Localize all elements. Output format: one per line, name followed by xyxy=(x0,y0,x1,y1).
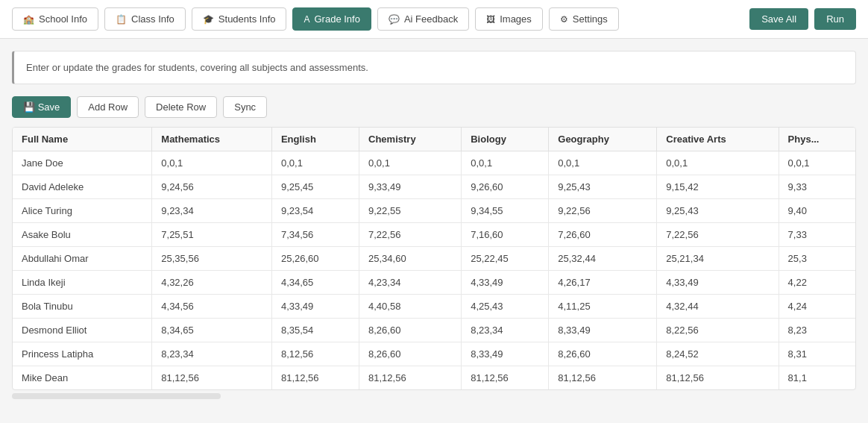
cell-grade: 4,34,65 xyxy=(271,271,359,295)
horizontal-scrollbar[interactable] xyxy=(12,393,221,399)
cell-grade: 25,26,60 xyxy=(271,247,359,271)
cell-grade: 7,25,51 xyxy=(152,223,272,247)
cell-grade: 9,23,34 xyxy=(152,199,272,223)
cell-grade: 81,12,56 xyxy=(152,366,272,390)
cell-grade: 9,26,60 xyxy=(462,175,549,199)
nav-grade-info[interactable]: A Grade Info xyxy=(292,7,371,31)
students-icon: 🎓 xyxy=(203,14,214,25)
table-row: David Adeleke9,24,569,25,459,33,499,26,6… xyxy=(13,175,855,199)
cell-grade: 0,0,1 xyxy=(359,151,462,175)
table-row: Princess Latipha8,23,348,12,568,26,608,3… xyxy=(13,342,855,366)
cell-grade: 8,23,34 xyxy=(152,342,272,366)
cell-grade: 8,26,60 xyxy=(359,342,462,366)
cell-grade: 7,22,56 xyxy=(359,223,462,247)
save-button[interactable]: 💾 Save xyxy=(12,96,71,118)
cell-grade: 8,24,52 xyxy=(657,342,779,366)
cell-grade: 4,25,43 xyxy=(462,295,549,319)
table-toolbar: 💾 Save Add Row Delete Row Sync xyxy=(12,96,856,118)
students-info-label: Students Info xyxy=(218,13,276,25)
cell-grade: 8,33,49 xyxy=(549,319,657,342)
ai-feedback-label: Ai Feedback xyxy=(404,13,458,25)
cell-grade: 4,22 xyxy=(779,271,855,295)
cell-grade: 9,25,43 xyxy=(657,199,779,223)
cell-grade: 7,26,60 xyxy=(549,223,657,247)
class-icon: 📋 xyxy=(116,14,127,25)
delete-row-button[interactable]: Delete Row xyxy=(145,96,217,118)
cell-grade: 4,11,25 xyxy=(549,295,657,319)
table-row: Bola Tinubu4,34,564,33,494,40,584,25,434… xyxy=(13,295,855,319)
cell-grade: 7,34,56 xyxy=(271,223,359,247)
cell-name: Princess Latipha xyxy=(13,342,152,366)
table-header-row: Full Name Mathematics English Chemistry … xyxy=(13,128,855,151)
nav-students-info[interactable]: 🎓 Students Info xyxy=(192,7,287,31)
top-bar: 🏫 School Info 📋 Class Info 🎓 Students In… xyxy=(0,0,868,39)
table-row: Desmond Elliot8,34,658,35,548,26,608,23,… xyxy=(13,319,855,342)
nav-images[interactable]: 🖼 Images xyxy=(475,7,543,31)
cell-name: Alice Turing xyxy=(13,199,152,223)
cell-grade: 4,32,26 xyxy=(152,271,272,295)
cell-grade: 8,26,60 xyxy=(359,319,462,342)
save-all-button[interactable]: Save All xyxy=(749,8,808,30)
table-row: Linda Ikeji4,32,264,34,654,23,344,33,494… xyxy=(13,271,855,295)
cell-grade: 81,12,56 xyxy=(657,366,779,390)
grades-table: Full Name Mathematics English Chemistry … xyxy=(13,128,855,389)
cell-grade: 4,32,44 xyxy=(657,295,779,319)
cell-grade: 25,35,56 xyxy=(152,247,272,271)
save-icon: 💾 xyxy=(23,101,38,113)
col-english: English xyxy=(271,128,359,151)
run-button[interactable]: Run xyxy=(814,8,856,30)
cell-grade: 9,33,49 xyxy=(359,175,462,199)
cell-grade: 25,22,45 xyxy=(462,247,549,271)
cell-grade: 8,34,65 xyxy=(152,319,272,342)
add-row-button[interactable]: Add Row xyxy=(77,96,139,118)
sync-button[interactable]: Sync xyxy=(223,96,267,118)
cell-grade: 4,40,58 xyxy=(359,295,462,319)
cell-grade: 9,23,54 xyxy=(271,199,359,223)
cell-grade: 0,0,1 xyxy=(779,151,855,175)
cell-grade: 25,21,34 xyxy=(657,247,779,271)
cell-grade: 81,12,56 xyxy=(359,366,462,390)
cell-name: David Adeleke xyxy=(13,175,152,199)
cell-grade: 25,34,60 xyxy=(359,247,462,271)
cell-grade: 8,33,49 xyxy=(462,342,549,366)
cell-grade: 7,16,60 xyxy=(462,223,549,247)
nav-settings[interactable]: ⚙ Settings xyxy=(549,7,619,31)
images-icon: 🖼 xyxy=(486,14,495,25)
settings-label: Settings xyxy=(573,13,608,25)
cell-grade: 0,0,1 xyxy=(462,151,549,175)
cell-grade: 9,15,42 xyxy=(657,175,779,199)
table-row: Abdullahi Omar25,35,5625,26,6025,34,6025… xyxy=(13,247,855,271)
cell-grade: 0,0,1 xyxy=(549,151,657,175)
cell-grade: 81,12,56 xyxy=(549,366,657,390)
nav-class-info[interactable]: 📋 Class Info xyxy=(104,7,186,31)
images-label: Images xyxy=(500,13,532,25)
cell-grade: 9,33 xyxy=(779,175,855,199)
nav-school-info[interactable]: 🏫 School Info xyxy=(12,7,98,31)
cell-grade: 0,0,1 xyxy=(271,151,359,175)
cell-name: Asake Bolu xyxy=(13,223,152,247)
grade-icon: A xyxy=(304,14,309,25)
cell-name: Linda Ikeji xyxy=(13,271,152,295)
col-full-name: Full Name xyxy=(13,128,152,151)
school-icon: 🏫 xyxy=(23,14,34,25)
col-phys: Phys... xyxy=(779,128,855,151)
class-info-label: Class Info xyxy=(131,13,174,25)
cell-name: Bola Tinubu xyxy=(13,295,152,319)
col-biology: Biology xyxy=(462,128,549,151)
cell-grade: 8,22,56 xyxy=(657,319,779,342)
cell-grade: 0,0,1 xyxy=(657,151,779,175)
cell-grade: 9,22,55 xyxy=(359,199,462,223)
cell-grade: 8,31 xyxy=(779,342,855,366)
cell-grade: 8,23 xyxy=(779,319,855,342)
cell-name: Desmond Elliot xyxy=(13,319,152,342)
cell-grade: 81,1 xyxy=(779,366,855,390)
nav-ai-feedback[interactable]: 💬 Ai Feedback xyxy=(377,7,469,31)
cell-grade: 9,22,56 xyxy=(549,199,657,223)
info-box: Enter or update the grades for students,… xyxy=(12,51,856,84)
cell-grade: 9,34,55 xyxy=(462,199,549,223)
cell-grade: 4,33,49 xyxy=(462,271,549,295)
cell-grade: 7,22,56 xyxy=(657,223,779,247)
cell-grade: 4,33,49 xyxy=(271,295,359,319)
cell-grade: 9,25,43 xyxy=(549,175,657,199)
cell-grade: 4,34,56 xyxy=(152,295,272,319)
